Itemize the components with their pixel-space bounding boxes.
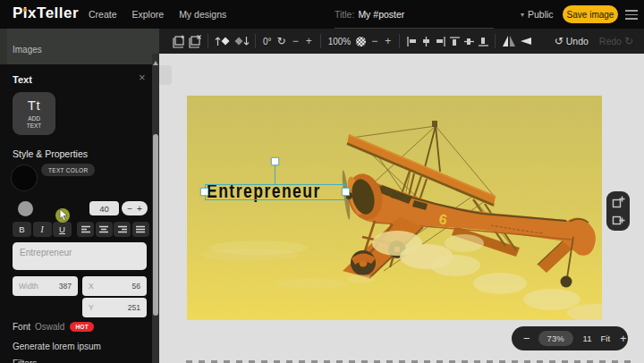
send-backward-icon[interactable] — [612, 213, 625, 226]
selection-box[interactable] — [205, 184, 346, 200]
edit-toolbar: 0° ↻ − + 100% − + — [159, 29, 644, 54]
delete-layer-icon[interactable] — [189, 35, 202, 48]
top-bar: PixTeller Create Explore My designs Titl… — [0, 0, 644, 29]
selection-rotate-line — [275, 165, 275, 184]
font-size-input[interactable]: 40 — [89, 201, 119, 215]
zoom-out-button[interactable]: − — [523, 332, 530, 345]
text-color-swatch[interactable] — [12, 165, 37, 190]
rotate-handle[interactable] — [271, 157, 279, 165]
scrollbar-up-arrow[interactable] — [153, 61, 158, 65]
nav-explore[interactable]: Explore — [132, 9, 165, 20]
title-label: Title: — [335, 9, 354, 20]
save-image-button[interactable]: Save image — [563, 5, 618, 23]
y-position-input[interactable]: Y 251 — [82, 298, 147, 317]
zoom-level[interactable]: 73% — [538, 331, 573, 346]
underline-button[interactable]: U — [53, 222, 72, 237]
text-panel-title: Text — [13, 74, 32, 85]
sidebar-scrollbar-thumb[interactable] — [153, 134, 158, 316]
visibility-label: Public — [528, 9, 554, 20]
font-label: Font — [13, 322, 30, 332]
text-align-justify-button[interactable] — [132, 222, 149, 237]
zoom-in-button[interactable]: + — [620, 332, 627, 345]
sidebar-item-images[interactable]: Images — [13, 45, 42, 55]
rotate-icon[interactable]: ↻ — [277, 35, 286, 47]
title-value: My #poster — [358, 9, 404, 20]
text-align-right-button[interactable] — [114, 222, 131, 237]
bold-button[interactable]: B — [13, 222, 31, 237]
align-bottom-icon[interactable] — [478, 36, 489, 47]
resize-handle-left[interactable] — [200, 188, 208, 196]
visibility-dropdown[interactable]: ▾ Public — [521, 0, 554, 29]
redo-button[interactable]: Redo — [599, 36, 622, 46]
text-color-button[interactable]: TEXT COLOR — [41, 164, 95, 176]
font-size-minus[interactable]: − — [127, 204, 132, 214]
zoom-pages[interactable]: 11 — [583, 333, 592, 343]
layer-order-panel — [606, 191, 630, 231]
poster-artwork-biplane: 6 — [187, 96, 602, 320]
move-layer-down-icon[interactable] — [233, 35, 250, 47]
add-text-icon: Tt — [13, 97, 55, 113]
text-align-left-button[interactable] — [77, 222, 94, 237]
flip-horizontal-icon[interactable] — [502, 35, 516, 47]
align-left-icon[interactable] — [406, 36, 418, 47]
filters-link[interactable]: Filters — [13, 359, 37, 363]
undo-button[interactable]: Undo — [566, 36, 589, 46]
flip-vertical-icon[interactable] — [519, 35, 533, 47]
move-layer-up-icon[interactable] — [215, 35, 231, 47]
chevron-down-icon: ▾ — [521, 11, 524, 19]
opacity-minus-button[interactable]: − — [371, 35, 377, 47]
redo-icon[interactable]: ↻ — [624, 35, 633, 47]
sidebar-collapse-tab[interactable] — [159, 65, 172, 85]
transparency-icon[interactable] — [355, 36, 367, 47]
text-content-input[interactable]: Entrepreneur — [13, 242, 147, 270]
design-canvas[interactable]: 6 — [187, 96, 602, 320]
left-sidebar: Images Text × Tt ADD TEXT Style & Proper… — [0, 29, 159, 363]
zoom-fit-button[interactable]: Fit — [600, 333, 610, 343]
text-align-center-button[interactable] — [96, 222, 113, 237]
zoom-bar: − 73% 11 Fit + — [512, 326, 628, 350]
bring-forward-icon[interactable] — [612, 196, 625, 209]
duplicate-layer-icon[interactable] — [173, 35, 186, 48]
logo-i-dot — [23, 8, 27, 12]
rotate-minus-button[interactable]: − — [292, 35, 299, 47]
align-middle-v-icon[interactable] — [463, 36, 475, 47]
font-size-stepper[interactable]: − + — [122, 201, 148, 215]
opacity-plus-button[interactable]: + — [385, 35, 391, 47]
font-name[interactable]: Oswald — [35, 322, 64, 332]
font-size-plus[interactable]: + — [137, 204, 142, 214]
resize-handle-right[interactable] — [342, 188, 350, 196]
nav-my-designs[interactable]: My designs — [179, 9, 226, 20]
style-properties-heading: Style & Properties — [13, 148, 88, 159]
x-position-input[interactable]: X 56 — [82, 276, 147, 296]
generate-lorem-link[interactable]: Generate lorem ipsum — [13, 342, 101, 351]
secondary-color-swatch[interactable] — [18, 201, 33, 216]
add-text-button[interactable]: Tt ADD TEXT — [13, 92, 55, 135]
align-right-icon[interactable] — [435, 36, 446, 47]
rotate-plus-button[interactable]: + — [306, 35, 312, 47]
align-center-h-icon[interactable] — [420, 36, 432, 47]
hot-badge: HOT — [70, 322, 94, 332]
close-icon[interactable]: × — [139, 71, 146, 84]
undo-icon[interactable]: ↺ — [555, 35, 564, 47]
pixteller-logo[interactable]: PixTeller — [13, 4, 79, 22]
opacity-value[interactable]: 100% — [328, 37, 352, 46]
design-title-input[interactable]: Title: My #poster — [335, 0, 494, 29]
italic-button[interactable]: I — [33, 222, 52, 237]
menu-icon[interactable] — [625, 10, 638, 22]
width-input[interactable]: Width 387 — [13, 276, 78, 296]
nav-create[interactable]: Create — [89, 9, 117, 20]
text-panel: Text × Tt ADD TEXT Style & Properties TE… — [0, 64, 159, 363]
align-top-icon[interactable] — [449, 36, 461, 47]
rotation-value[interactable]: 0° — [263, 37, 272, 46]
